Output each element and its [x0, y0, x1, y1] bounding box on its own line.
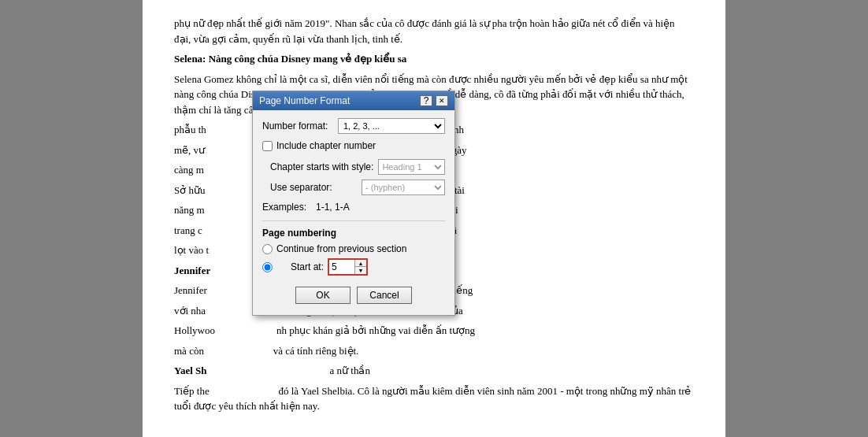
chapter-starts-select[interactable]: Heading 1 Heading 2 Heading 3 — [378, 159, 445, 175]
divider — [262, 220, 445, 221]
continue-radio-row: Continue from previous section — [262, 243, 445, 254]
dialog-content: Number format: 1, 2, 3, ... i, ii, iii, … — [253, 110, 454, 315]
examples-row: Examples: 1-1, 1-A — [262, 202, 445, 213]
examples-label: Examples: — [262, 202, 311, 213]
dialog-buttons: OK Cancel — [262, 283, 445, 309]
start-at-row: Start at: ▲ ▼ — [262, 258, 445, 276]
include-chapter-label[interactable]: Include chapter number — [276, 140, 376, 151]
start-at-spinners: ▲ ▼ — [354, 260, 366, 274]
continue-radio[interactable] — [262, 244, 273, 254]
include-chapter-checkbox[interactable] — [262, 141, 273, 151]
page-number-format-dialog: Page Number Format ? ✕ Number format: 1,… — [252, 91, 455, 316]
start-at-radio[interactable] — [262, 262, 273, 272]
spinner-up-button[interactable]: ▲ — [355, 260, 366, 267]
examples-value: 1-1, 1-A — [316, 202, 350, 213]
dialog-help-button[interactable]: ? — [420, 95, 432, 106]
include-chapter-row: Include chapter number — [262, 140, 445, 151]
number-format-select[interactable]: 1, 2, 3, ... i, ii, iii, ... I, II, III,… — [338, 118, 445, 134]
use-separator-select[interactable]: - (hyphen) . (period) : (colon) — [362, 180, 445, 195]
dialog-controls: ? ✕ — [420, 95, 448, 106]
ok-button[interactable]: OK — [295, 287, 351, 304]
page-numbering-title: Page numbering — [262, 228, 445, 239]
spinner-down-button[interactable]: ▼ — [355, 267, 366, 274]
chapter-starts-row: Chapter starts with style: Heading 1 Hea… — [270, 159, 445, 175]
start-at-input-wrap: ▲ ▼ — [328, 258, 368, 276]
dialog-title: Page Number Format — [259, 95, 350, 106]
continue-label[interactable]: Continue from previous section — [276, 243, 406, 254]
dialog-close-button[interactable]: ✕ — [436, 95, 448, 106]
chapter-starts-label: Chapter starts with style: — [270, 161, 373, 172]
dialog-overlay: Page Number Format ? ✕ Number format: 1,… — [0, 0, 868, 437]
page-container: phụ nữ đẹp nhất thế giới năm 2019". Nhan… — [0, 0, 868, 437]
start-at-label[interactable]: Start at: — [291, 261, 324, 272]
use-separator-label: Use separator: — [270, 182, 357, 193]
dialog-titlebar: Page Number Format ? ✕ — [253, 91, 454, 110]
chapter-subgroup: Chapter starts with style: Heading 1 Hea… — [270, 159, 445, 195]
use-separator-row: Use separator: - (hyphen) . (period) : (… — [270, 180, 445, 195]
start-at-input[interactable] — [329, 260, 354, 274]
number-format-label: Number format: — [262, 120, 333, 131]
number-format-row: Number format: 1, 2, 3, ... i, ii, iii, … — [262, 118, 445, 134]
cancel-button[interactable]: Cancel — [357, 287, 412, 304]
